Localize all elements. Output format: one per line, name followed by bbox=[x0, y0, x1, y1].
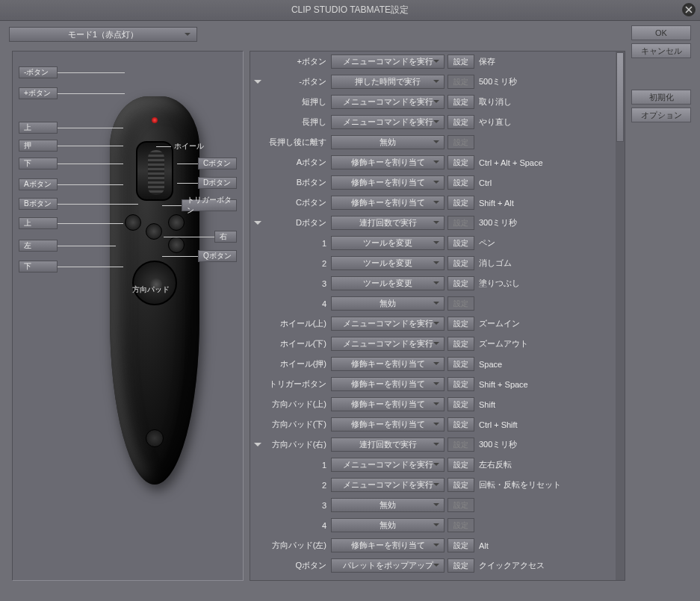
row-value: Alt bbox=[477, 541, 611, 550]
row-value: 左右反転 bbox=[477, 459, 611, 470]
set-button[interactable]: 設定 bbox=[447, 377, 474, 391]
action-dropdown[interactable]: 無効 bbox=[331, 498, 445, 512]
action-dropdown[interactable]: 修飾キーを割り当て bbox=[331, 155, 445, 169]
set-button: 設定 bbox=[447, 498, 474, 512]
options-button[interactable]: オプション bbox=[631, 108, 691, 122]
set-button[interactable]: 設定 bbox=[447, 276, 474, 290]
set-button[interactable]: 設定 bbox=[447, 458, 474, 472]
action-dropdown[interactable]: ツールを変更 bbox=[331, 256, 445, 270]
action-dropdown[interactable]: 無効 bbox=[331, 518, 445, 532]
set-button[interactable]: 設定 bbox=[447, 55, 474, 69]
set-button[interactable]: 設定 bbox=[447, 175, 474, 190]
row-value: やり直し bbox=[477, 116, 611, 128]
set-button[interactable]: 設定 bbox=[447, 397, 474, 411]
setting-row-pr2: 2メニューコマンドを実行設定回転・反転をリセット bbox=[250, 475, 616, 495]
action-dropdown[interactable]: メニューコマンドを実行 bbox=[331, 95, 445, 109]
action-dropdown[interactable]: 連打回数で実行 bbox=[331, 437, 445, 452]
setting-row-long: 長押しメニューコマンドを実行設定やり直し bbox=[250, 112, 616, 132]
set-button[interactable]: 設定 bbox=[447, 317, 474, 331]
row-value: 保存 bbox=[477, 56, 611, 67]
set-button[interactable]: 設定 bbox=[447, 196, 474, 210]
action-dropdown[interactable]: ツールを変更 bbox=[331, 236, 445, 250]
set-button[interactable]: 設定 bbox=[447, 115, 474, 129]
setting-row-d: Dボタン連打回数で実行設定300ミリ秒 bbox=[250, 213, 616, 233]
row-label: ホイール(下) bbox=[265, 338, 331, 349]
action-dropdown[interactable]: 修飾キーを割り当て bbox=[331, 397, 445, 411]
row-value: 塗りつぶし bbox=[477, 278, 611, 289]
mode-dropdown[interactable]: モード1（赤点灯） bbox=[9, 27, 197, 42]
callout-wheel-up: 上 bbox=[19, 122, 123, 134]
action-dropdown[interactable]: メニューコマンドを実行 bbox=[331, 458, 445, 472]
action-dropdown[interactable]: メニューコマンドを実行 bbox=[331, 55, 445, 69]
chevron-down-icon bbox=[254, 80, 261, 87]
setting-row-a: Aボタン修飾キーを割り当て設定Ctrl + Alt + Space bbox=[250, 152, 616, 172]
action-dropdown[interactable]: 修飾キーを割り当て bbox=[331, 377, 445, 391]
set-button[interactable]: 設定 bbox=[447, 558, 474, 573]
callout-a: Aボタン bbox=[19, 178, 123, 190]
set-button[interactable]: 設定 bbox=[447, 155, 474, 169]
row-label: 4 bbox=[250, 299, 331, 308]
window-title: CLIP STUDIO TABMATE設定 bbox=[291, 4, 409, 16]
action-dropdown[interactable]: 無効 bbox=[331, 135, 445, 149]
ok-button[interactable]: OK bbox=[631, 25, 691, 40]
row-label: Bボタン bbox=[265, 177, 331, 188]
setting-row-b: Bボタン修飾キーを割り当て設定Ctrl bbox=[250, 172, 616, 193]
callout-c: Cボタン bbox=[177, 158, 237, 169]
expand-toggle[interactable] bbox=[250, 218, 265, 228]
action-dropdown[interactable]: ツールを変更 bbox=[331, 276, 445, 290]
set-button[interactable]: 設定 bbox=[447, 236, 474, 250]
cancel-button[interactable]: キャンセル bbox=[631, 43, 691, 58]
expand-toggle[interactable] bbox=[250, 440, 265, 450]
action-dropdown[interactable]: 無効 bbox=[331, 296, 445, 311]
action-dropdown[interactable]: 修飾キーを割り当て bbox=[331, 196, 445, 210]
scrollbar[interactable] bbox=[616, 52, 625, 580]
settings-scroll[interactable]: +ボタンメニューコマンドを実行設定保存-ボタン押した時間で実行設定500ミリ秒短… bbox=[250, 52, 616, 580]
setting-row-pr1: 1メニューコマンドを実行設定左右反転 bbox=[250, 455, 616, 475]
action-dropdown[interactable]: 修飾キーを割り当て bbox=[331, 538, 445, 552]
setting-row-wu: ホイール(上)メニューコマンドを実行設定ズームイン bbox=[250, 314, 616, 334]
set-button[interactable]: 設定 bbox=[447, 478, 474, 492]
setting-row-d3: 3ツールを変更設定塗りつぶし bbox=[250, 273, 616, 293]
action-dropdown[interactable]: 修飾キーを割り当て bbox=[331, 175, 445, 190]
row-value: Ctrl bbox=[477, 178, 611, 187]
set-button: 設定 bbox=[447, 216, 474, 230]
row-label: 2 bbox=[250, 481, 331, 490]
row-label: 方向パッド(右) bbox=[265, 439, 331, 450]
action-dropdown[interactable]: 修飾キーを割り当て bbox=[331, 357, 445, 371]
action-dropdown[interactable]: メニューコマンドを実行 bbox=[331, 317, 445, 331]
action-dropdown[interactable]: メニューコマンドを実行 bbox=[331, 115, 445, 129]
expand-toggle[interactable] bbox=[250, 77, 265, 87]
close-button[interactable] bbox=[682, 3, 696, 16]
row-label: -ボタン bbox=[265, 76, 331, 87]
set-button[interactable]: 設定 bbox=[447, 417, 474, 432]
row-label: Cボタン bbox=[265, 197, 331, 208]
action-dropdown[interactable]: パレットをポップアップ bbox=[331, 558, 445, 573]
row-value: Ctrl + Alt + Space bbox=[477, 158, 611, 167]
callout-wheel-down: 下 bbox=[19, 158, 123, 169]
set-button[interactable]: 設定 bbox=[447, 337, 474, 351]
init-button[interactable]: 初期化 bbox=[631, 90, 691, 105]
row-label: 4 bbox=[250, 521, 331, 530]
setting-row-plus: +ボタンメニューコマンドを実行設定保存 bbox=[250, 52, 616, 72]
callout-wheel: ホイール bbox=[152, 141, 204, 152]
chevron-down-icon bbox=[254, 221, 261, 228]
button-c-icon bbox=[168, 214, 185, 231]
action-dropdown[interactable]: 連打回数で実行 bbox=[331, 216, 445, 230]
set-button[interactable]: 設定 bbox=[447, 256, 474, 270]
set-button[interactable]: 設定 bbox=[447, 357, 474, 371]
set-button[interactable]: 設定 bbox=[447, 95, 474, 109]
action-dropdown[interactable]: 修飾キーを割り当て bbox=[331, 417, 445, 432]
setting-row-minus: -ボタン押した時間で実行設定500ミリ秒 bbox=[250, 72, 616, 92]
titlebar: CLIP STUDIO TABMATE設定 bbox=[0, 0, 700, 21]
action-dropdown[interactable]: 押した時間で実行 bbox=[331, 75, 445, 89]
close-icon bbox=[685, 6, 693, 13]
setting-row-pr: 方向パッド(右)連打回数で実行設定300ミリ秒 bbox=[250, 435, 616, 455]
set-button[interactable]: 設定 bbox=[447, 538, 474, 552]
scrollbar-thumb[interactable] bbox=[616, 52, 624, 142]
action-dropdown[interactable]: メニューコマンドを実行 bbox=[331, 337, 445, 351]
setting-row-d2: 2ツールを変更設定消しゴム bbox=[250, 253, 616, 273]
callout-dpad-down: 下 bbox=[19, 261, 123, 273]
callout-dpad-up: 上 bbox=[19, 217, 123, 229]
row-label: 方向パッド(上) bbox=[265, 399, 331, 410]
action-dropdown[interactable]: メニューコマンドを実行 bbox=[331, 478, 445, 492]
